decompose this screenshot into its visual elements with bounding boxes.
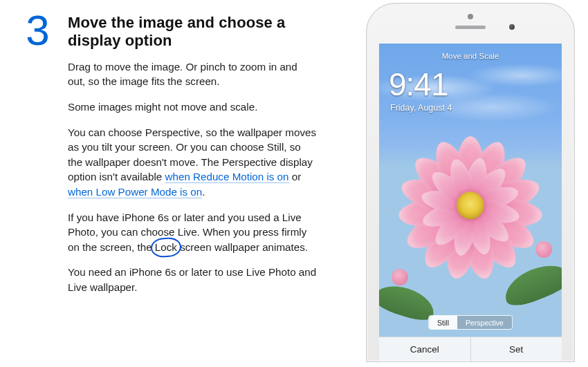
- link-low-power-mode[interactable]: when Low Power Mode is on: [68, 186, 202, 198]
- phone-column: Move and Scale 9:41 Friday, August 4 Sti…: [353, 0, 588, 367]
- paragraph-5: You need an iPhone 6s or later to use Li…: [68, 265, 317, 294]
- flower-center: [457, 191, 484, 219]
- front-camera-icon: [509, 24, 515, 30]
- set-button[interactable]: Set: [470, 337, 562, 361]
- paragraph-4-text-b: screen wallpaper animates.: [177, 241, 308, 253]
- step-heading: Move the image and choose a display opti…: [68, 10, 296, 50]
- paragraph-3: You can choose Perspective, so the wallp…: [68, 125, 317, 200]
- annotated-word-lock: Lock: [155, 240, 177, 255]
- iphone-device-frame: Move and Scale 9:41 Friday, August 4 Sti…: [366, 3, 575, 362]
- screen-title: Move and Scale: [379, 52, 562, 60]
- proximity-sensor-icon: [468, 14, 473, 19]
- support-step: 3 Move the image and choose a display op…: [0, 0, 588, 367]
- step-body: Drag to move the image. Or pinch to zoom…: [68, 59, 317, 295]
- step-number: 3: [22, 10, 53, 50]
- link-reduce-motion[interactable]: when Reduce Motion is on: [165, 171, 289, 183]
- phone-screen: Move and Scale 9:41 Friday, August 4 Sti…: [379, 44, 562, 361]
- paragraph-3-text-c: .: [202, 186, 205, 198]
- paragraph-1: Drag to move the image. Or pinch to zoom…: [68, 59, 317, 89]
- paragraph-2: Some images might not move and scale.: [68, 100, 317, 115]
- segmented-option-still[interactable]: Still: [429, 316, 457, 329]
- paragraph-3-text-b: or: [289, 171, 302, 182]
- earpiece-speaker-icon: [455, 26, 486, 29]
- step-header: 3 Move the image and choose a display op…: [22, 10, 339, 50]
- text-column: 3 Move the image and choose a display op…: [0, 0, 353, 367]
- flower-shape: [398, 133, 543, 278]
- cancel-button[interactable]: Cancel: [379, 337, 470, 361]
- phone-top-bezel: [367, 3, 574, 44]
- paragraph-4: If you have iPhone 6s or later and you u…: [68, 210, 317, 255]
- display-option-segmented: Still Perspective: [428, 315, 513, 330]
- wallpaper-toolbar: Cancel Set: [379, 337, 562, 361]
- lock-screen-time: 9:41: [389, 68, 448, 100]
- lock-screen-date: Friday, August 4: [390, 103, 452, 113]
- segmented-option-perspective[interactable]: Perspective: [457, 316, 512, 329]
